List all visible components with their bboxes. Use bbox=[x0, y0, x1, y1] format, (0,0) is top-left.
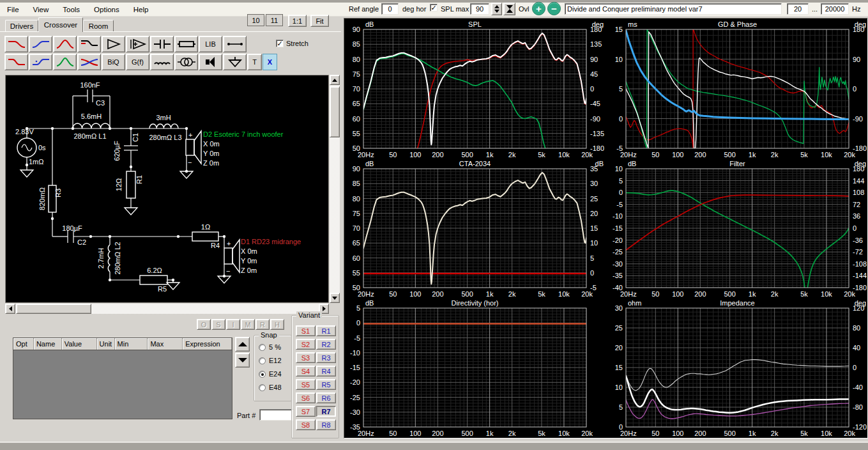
axis-label: 15 bbox=[590, 224, 598, 232]
ovl-add-button[interactable]: + bbox=[532, 2, 545, 15]
schematic-label: X 0m bbox=[203, 140, 220, 148]
highshelf-icon[interactable] bbox=[29, 54, 52, 70]
scroll-down-icon[interactable] bbox=[330, 293, 340, 303]
ground-icon[interactable] bbox=[223, 54, 247, 70]
hscroll-thumb[interactable] bbox=[16, 304, 91, 314]
inductor-icon[interactable] bbox=[150, 54, 174, 70]
view-button-1-1[interactable]: 1:1 bbox=[288, 15, 307, 27]
variant-button-s8[interactable]: S8 bbox=[296, 419, 316, 430]
ovl-remove-button[interactable]: − bbox=[547, 2, 561, 15]
variant-button-r3[interactable]: R3 bbox=[316, 352, 336, 363]
axis-label: dB bbox=[628, 160, 636, 167]
variant-button-s3[interactable]: S3 bbox=[296, 352, 316, 363]
opt-button-m[interactable]: M bbox=[241, 319, 255, 330]
opt-button-r[interactable]: R bbox=[255, 319, 270, 330]
part-number-input[interactable] bbox=[259, 409, 293, 421]
view-button-10[interactable]: 10 bbox=[247, 14, 264, 26]
menu-view[interactable]: View bbox=[26, 4, 56, 15]
menu-tools[interactable]: Tools bbox=[56, 4, 87, 15]
view-button-11[interactable]: 11 bbox=[266, 14, 283, 26]
tab-drivers[interactable]: Drivers bbox=[5, 20, 38, 32]
opt-button-o[interactable]: O bbox=[197, 319, 211, 330]
menu-help[interactable]: Help bbox=[126, 4, 156, 15]
biq-button[interactable]: BiQ bbox=[102, 54, 125, 70]
capacitor-icon[interactable] bbox=[150, 36, 174, 52]
snap-option-E48[interactable]: E48 bbox=[259, 384, 291, 391]
autoscale-button[interactable] bbox=[503, 3, 515, 15]
snap-option-E12[interactable]: E12 bbox=[259, 357, 291, 364]
variant-button-s5[interactable]: S5 bbox=[296, 379, 316, 390]
freq-min-input[interactable] bbox=[787, 3, 809, 15]
stretch-checkbox[interactable]: ✓ bbox=[276, 40, 284, 47]
lib-button[interactable]: LIB bbox=[199, 36, 222, 52]
move-up-button[interactable] bbox=[235, 337, 250, 352]
opt-button-h[interactable]: H bbox=[270, 319, 284, 330]
snap-option-5%[interactable]: 5 % bbox=[259, 343, 291, 351]
menu-options[interactable]: Options bbox=[87, 4, 126, 15]
speaker-icon[interactable] bbox=[199, 54, 222, 70]
tab-room[interactable]: Room bbox=[83, 20, 114, 32]
view-button-Fit[interactable]: Fit bbox=[310, 15, 329, 27]
opt-button-i[interactable]: I bbox=[226, 319, 240, 330]
wire-icon[interactable] bbox=[223, 36, 247, 52]
bandpass-icon[interactable] bbox=[53, 36, 77, 52]
opt-button-s[interactable]: S bbox=[211, 319, 225, 330]
axis-label: 0 bbox=[619, 189, 623, 196]
axis-label: 5k bbox=[800, 430, 808, 437]
axis-label: 2k bbox=[771, 151, 779, 158]
radio-icon[interactable] bbox=[259, 344, 266, 351]
axis-label: -15 bbox=[613, 224, 623, 232]
schematic-canvas[interactable]: 160nFC35.6mH280mΩ L13mH280mΩ L32.83V0s1m… bbox=[5, 75, 329, 303]
variant-button-s2[interactable]: S2 bbox=[296, 339, 316, 350]
shelf-icon[interactable] bbox=[77, 36, 101, 52]
t-button[interactable]: T bbox=[247, 54, 262, 70]
allpass-icon[interactable] bbox=[77, 54, 101, 70]
axis-label: 10k bbox=[558, 290, 570, 297]
gain-block-icon[interactable] bbox=[126, 36, 149, 52]
variant-button-s6[interactable]: S6 bbox=[296, 392, 316, 403]
move-down-button[interactable] bbox=[235, 353, 250, 368]
variant-button-s1[interactable]: S1 bbox=[296, 325, 316, 336]
freq-max-input[interactable] bbox=[821, 3, 849, 15]
radio-icon[interactable] bbox=[259, 384, 266, 391]
spl-max-checkbox[interactable]: ✓ bbox=[430, 4, 438, 12]
spl-max-input[interactable] bbox=[470, 3, 489, 15]
schematic-hscrollbar[interactable] bbox=[5, 304, 329, 314]
gf-button[interactable]: G(f) bbox=[126, 54, 149, 70]
vscroll-thumb[interactable] bbox=[330, 86, 340, 137]
transformer-icon[interactable] bbox=[174, 54, 198, 70]
stretch-option[interactable]: ✓ Stretch bbox=[276, 40, 308, 47]
variant-button-r4[interactable]: R4 bbox=[316, 366, 336, 376]
tab-crossover[interactable]: Crossover bbox=[38, 17, 83, 32]
peak-icon[interactable] bbox=[53, 54, 77, 70]
variant-button-r2[interactable]: R2 bbox=[316, 339, 336, 350]
lowshelf-icon[interactable] bbox=[4, 54, 28, 70]
axis-label: 0 bbox=[853, 85, 857, 93]
schematic-vscrollbar[interactable] bbox=[330, 75, 340, 303]
resistor-icon[interactable] bbox=[174, 36, 198, 52]
variant-button-r6[interactable]: R6 bbox=[316, 392, 336, 403]
variant-button-s4[interactable]: S4 bbox=[296, 366, 316, 376]
snap-option-E24[interactable]: E24 bbox=[259, 370, 291, 378]
menu-file[interactable]: File bbox=[0, 4, 26, 15]
spl-max-spinner[interactable] bbox=[491, 3, 502, 15]
variant-button-r7[interactable]: R7 bbox=[316, 406, 336, 417]
component-table[interactable]: OptNameValueUnitMinMaxExpression bbox=[13, 338, 232, 419]
radio-icon[interactable] bbox=[259, 371, 266, 378]
variant-button-r8[interactable]: R8 bbox=[316, 419, 336, 430]
variant-button-s7[interactable]: S7 bbox=[296, 406, 316, 417]
lowpass-icon[interactable] bbox=[4, 36, 28, 52]
scroll-up-icon[interactable] bbox=[330, 75, 340, 85]
scroll-left-icon[interactable] bbox=[5, 304, 15, 314]
variant-button-r1[interactable]: R1 bbox=[316, 325, 336, 336]
axis-label: 45 bbox=[590, 70, 598, 78]
radio-icon[interactable] bbox=[259, 357, 266, 364]
buffer-icon[interactable] bbox=[102, 36, 125, 52]
axis-label: -5 bbox=[616, 201, 623, 208]
x-button[interactable]: X bbox=[263, 54, 277, 70]
ref-angle-input[interactable] bbox=[381, 3, 399, 15]
schematic-label: − bbox=[226, 267, 230, 275]
project-name-input[interactable] bbox=[565, 3, 782, 15]
variant-button-r5[interactable]: R5 bbox=[316, 379, 336, 390]
highpass-icon[interactable] bbox=[29, 36, 52, 52]
